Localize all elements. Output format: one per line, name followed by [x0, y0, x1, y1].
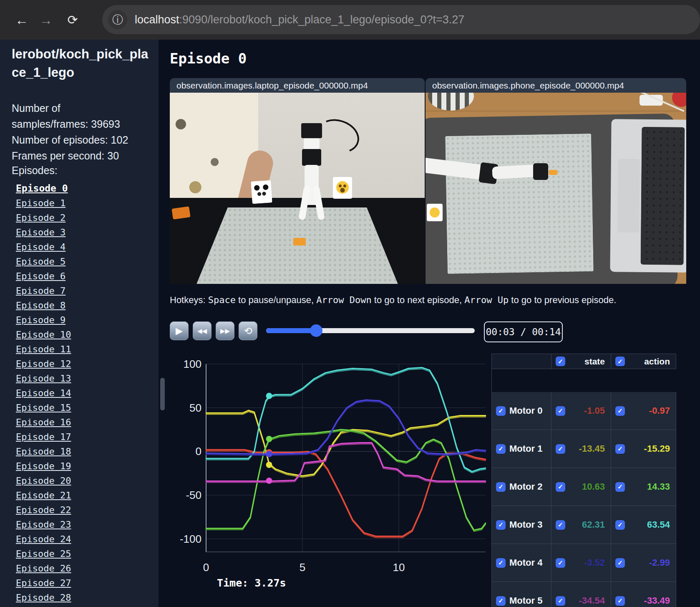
- motor-5-action-checkbox[interactable]: ✓: [615, 596, 625, 606]
- svg-text:-100: -100: [180, 533, 201, 545]
- state-value: -34.54: [565, 595, 605, 606]
- motor-0-action-cell: ✓-0.97: [611, 392, 676, 430]
- sidebar-item-episode-9[interactable]: Episode 9: [16, 313, 141, 327]
- state-column-checkbox[interactable]: ✓: [556, 357, 565, 366]
- loop-button[interactable]: ⟲: [239, 321, 257, 340]
- action-value: 14.33: [625, 481, 670, 492]
- video-title-phone: observation.images.phone_episode_000000.…: [426, 78, 686, 93]
- lego-baseplate-top: [445, 134, 594, 274]
- smiley-card-top: [427, 204, 443, 221]
- reload-icon[interactable]: ⟳: [63, 11, 82, 29]
- motor-label: Motor 4: [509, 557, 542, 568]
- sidebar-item-episode-3[interactable]: Episode 3: [16, 225, 141, 240]
- sidebar-item-episode-13[interactable]: Episode 13: [16, 371, 141, 386]
- motor-chart: 100500-50-1000510: [159, 351, 491, 607]
- motor-0-action-checkbox[interactable]: ✓: [615, 406, 625, 416]
- sidebar-item-episode-11[interactable]: Episode 11: [16, 342, 141, 357]
- motor-1-action-checkbox[interactable]: ✓: [615, 444, 625, 454]
- sidebar-item-episode-23[interactable]: Episode 23: [16, 517, 141, 532]
- url-bar[interactable]: ⓘ localhost:9090/lerobot/koch_pick_place…: [102, 5, 700, 34]
- action-value: -15.29: [625, 443, 670, 454]
- sidebar-item-episode-7[interactable]: Episode 7: [16, 283, 141, 298]
- sidebar-item-episode-27[interactable]: Episode 27: [16, 576, 141, 590]
- laptop-video: [170, 93, 425, 284]
- motor-label: Motor 5: [509, 595, 542, 606]
- motor-0-checkbox[interactable]: ✓: [496, 406, 506, 416]
- sidebar-item-episode-18[interactable]: Episode 18: [16, 444, 141, 459]
- sidebar-item-episode-2[interactable]: Episode 2: [16, 210, 141, 225]
- dataset-title: lerobot/koch_pick_place_1_lego: [12, 45, 149, 82]
- sidebar-item-episode-28[interactable]: Episode 28: [16, 590, 141, 605]
- motor-3-action-cell: ✓63.54: [611, 506, 676, 544]
- sidebar-item-episode-4[interactable]: Episode 4: [16, 240, 141, 254]
- play-button[interactable]: ▶: [170, 321, 189, 340]
- svg-text:10: 10: [393, 561, 405, 574]
- motor-label: Motor 3: [509, 519, 542, 530]
- chart-canvas: 100500-50-1000510: [159, 351, 491, 607]
- motor-2-checkbox[interactable]: ✓: [496, 482, 506, 492]
- sidebar-item-episode-5[interactable]: Episode 5: [16, 254, 141, 269]
- motor-2-state-checkbox[interactable]: ✓: [556, 482, 565, 492]
- sidebar-item-episode-26[interactable]: Episode 26: [16, 561, 141, 576]
- motor-label: Motor 1: [509, 443, 542, 454]
- sidebar-item-episode-25[interactable]: Episode 25: [16, 546, 141, 561]
- motor-2-action-checkbox[interactable]: ✓: [615, 482, 625, 492]
- svg-text:0: 0: [203, 561, 209, 574]
- motor-row-label: ✓Motor 1: [492, 430, 551, 468]
- seek-slider-thumb[interactable]: [310, 324, 322, 337]
- smiley-face: [336, 181, 349, 194]
- svg-text:-50: -50: [186, 489, 201, 501]
- sidebar-item-episode-22[interactable]: Episode 22: [16, 503, 141, 517]
- motor-0-state-checkbox[interactable]: ✓: [556, 406, 565, 416]
- column-label-state: state: [565, 357, 605, 367]
- motor-4-state-checkbox[interactable]: ✓: [556, 558, 565, 568]
- sidebar-item-episode-17[interactable]: Episode 17: [16, 430, 141, 444]
- sidebar-item-episode-20[interactable]: Episode 20: [16, 473, 141, 488]
- video-panel-phone: observation.images.phone_episode_000000.…: [426, 78, 686, 284]
- motor-1-state-checkbox[interactable]: ✓: [556, 444, 565, 454]
- sidebar-item-episode-24[interactable]: Episode 24: [16, 532, 141, 546]
- back-icon[interactable]: ←: [13, 11, 31, 29]
- motor-4-checkbox[interactable]: ✓: [496, 558, 506, 568]
- site-info-icon[interactable]: ⓘ: [108, 10, 127, 29]
- motor-3-action-checkbox[interactable]: ✓: [615, 520, 625, 530]
- stat-line: Frames per second: 30: [12, 148, 145, 164]
- table-corner-cell: [492, 354, 551, 369]
- motor-5-state-checkbox[interactable]: ✓: [556, 596, 565, 606]
- sidebar-item-episode-16[interactable]: Episode 16: [16, 415, 141, 430]
- state-value: 10.63: [565, 481, 605, 492]
- sidebar-item-episode-12[interactable]: Episode 12: [16, 357, 141, 371]
- sidebar-item-episode-0[interactable]: Episode 0: [16, 181, 141, 196]
- seek-slider[interactable]: [266, 328, 475, 333]
- sidebar-item-episode-1[interactable]: Episode 1: [16, 196, 141, 210]
- current-time-label: Time: 3.27s: [217, 577, 286, 589]
- video-panel-laptop: observation.images.laptop_episode_000000…: [170, 78, 425, 284]
- motor-4-action-checkbox[interactable]: ✓: [615, 558, 625, 568]
- motor-3-state-checkbox[interactable]: ✓: [556, 520, 565, 530]
- orange-lego-brick: [293, 238, 306, 245]
- motor-row-label: ✓Motor 0: [492, 392, 551, 430]
- motor-3-checkbox[interactable]: ✓: [496, 520, 506, 530]
- hotkeys-seg1: to pause/unpause,: [236, 295, 316, 305]
- gripper-tip: [549, 170, 557, 175]
- motor-2-action-cell: ✓14.33: [611, 468, 676, 506]
- motor-1-checkbox[interactable]: ✓: [496, 444, 506, 454]
- sidebar-item-episode-14[interactable]: Episode 14: [16, 386, 141, 400]
- sidebar-item-episode-21[interactable]: Episode 21: [16, 488, 141, 503]
- rewind-button[interactable]: ◀◀: [193, 321, 212, 340]
- motor-row-label: ✓Motor 4: [492, 544, 551, 582]
- motor-5-checkbox[interactable]: ✓: [496, 596, 506, 606]
- sidebar-item-episode-10[interactable]: Episode 10: [16, 327, 141, 342]
- state-value: -13.45: [565, 443, 605, 454]
- fast-forward-button[interactable]: ▶▶: [216, 321, 234, 340]
- sidebar-item-episode-6[interactable]: Episode 6: [16, 269, 141, 283]
- forward-icon[interactable]: →: [37, 11, 55, 29]
- sidebar-item-episode-19[interactable]: Episode 19: [16, 459, 141, 473]
- action-value: -0.97: [625, 405, 670, 416]
- seek-slider-fill: [266, 328, 316, 333]
- sidebar-item-episode-15[interactable]: Episode 15: [16, 400, 141, 415]
- action-column-checkbox[interactable]: ✓: [615, 357, 625, 366]
- sidebar-item-episode-8[interactable]: Episode 8: [16, 298, 141, 313]
- browser-chrome: ← → ⟳ ⓘ localhost:9090/lerobot/koch_pick…: [0, 0, 700, 40]
- time-display: 00:03 / 00:14: [484, 321, 563, 342]
